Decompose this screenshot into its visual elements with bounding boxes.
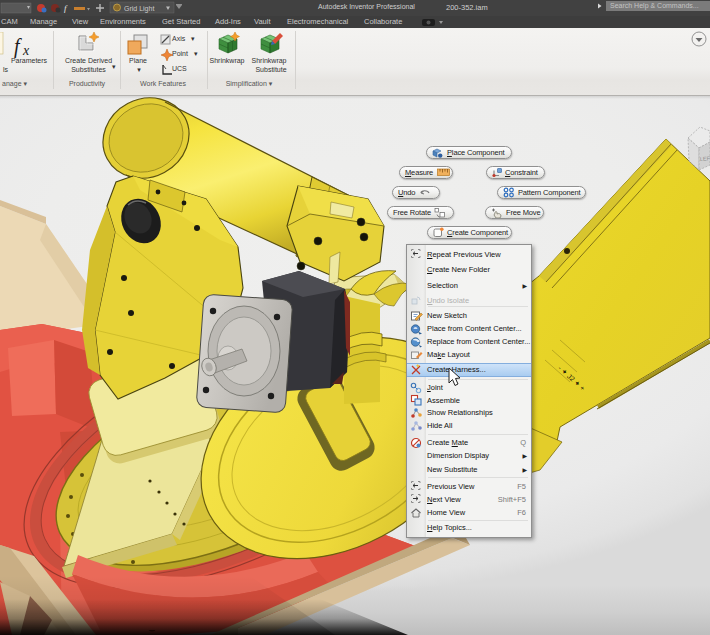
- svg-text:f: f: [64, 3, 68, 13]
- svg-text:Grid Light: Grid Light: [124, 5, 154, 13]
- svg-text:LEFT: LEFT: [700, 155, 710, 162]
- svg-text:x: x: [22, 43, 30, 58]
- svg-text:f: f: [14, 35, 22, 58]
